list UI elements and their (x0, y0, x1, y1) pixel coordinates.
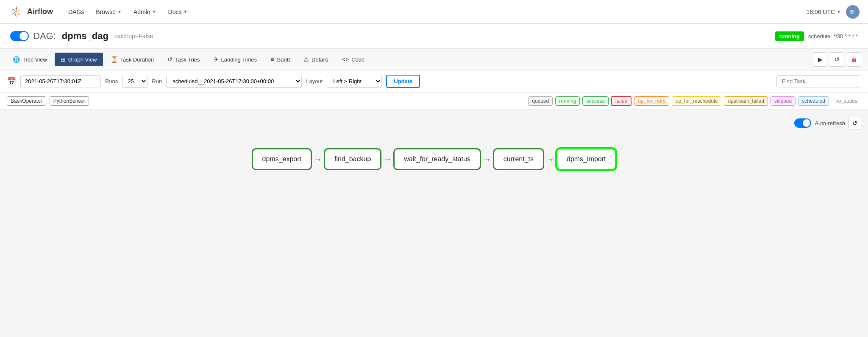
landing-times-icon: ✈ (214, 56, 219, 63)
date-input[interactable] (20, 75, 101, 87)
status-success[interactable]: success (582, 96, 608, 106)
tab-landing-times[interactable]: ✈ Landing Times (208, 53, 263, 66)
dag-node-wait-for-ready-status[interactable]: wait_for_ready_status (393, 148, 481, 170)
status-upstream-failed[interactable]: upstream_failed (724, 96, 768, 106)
status-up-for-reschedule[interactable]: up_for_reschedule (672, 96, 721, 106)
dag-prefix: DAG: (33, 31, 56, 42)
tab-graph-view[interactable]: ⊞ Graph View (55, 53, 103, 66)
runs-select[interactable]: 25 50 100 (122, 75, 147, 88)
tab-code[interactable]: <> Code (336, 53, 370, 66)
nav-item-docs[interactable]: Docs ▼ (163, 6, 193, 18)
calendar-icon: 📅 (7, 77, 16, 86)
navbar: Airflow DAGs Browse ▼ Admin ▼ Docs ▼ 18:… (0, 0, 868, 24)
status-no-status[interactable]: no_status (832, 96, 861, 106)
delete-button[interactable]: 🗑 (847, 52, 861, 67)
status-up-for-retry[interactable]: up_for_retry (634, 96, 669, 106)
controls-bar: 📅 Runs 25 50 100 Run scheduled__2021-05-… (0, 70, 868, 93)
browse-caret-icon: ▼ (117, 9, 122, 14)
tab-task-tries[interactable]: ↺ Task Tries (161, 53, 206, 66)
update-button[interactable]: Update (386, 75, 420, 88)
dag-name: dpms_dag (62, 31, 108, 42)
code-icon: <> (342, 56, 349, 63)
layout-label: Layout (306, 78, 323, 84)
run-select[interactable]: scheduled__2021-05-26T17:30:00+00:00 (166, 75, 302, 88)
brand-name: Airflow (27, 7, 53, 16)
user-avatar[interactable]: S- (846, 5, 860, 19)
status-row: BashOperator PythonSensor queued running… (0, 93, 868, 110)
arrow-3: → (481, 154, 493, 164)
arrow-2: → (381, 154, 393, 164)
nav-item-browse[interactable]: Browse ▼ (91, 6, 127, 18)
graph-view: Auto-refresh ↺ dpms_export → find_backup… (0, 110, 868, 237)
status-badges: queued running success failed up_for_ret… (528, 96, 861, 106)
find-task-input[interactable] (776, 75, 861, 87)
refresh-button[interactable]: ↺ (830, 52, 844, 67)
time-caret-icon: ▼ (837, 9, 841, 14)
running-badge: running (775, 31, 804, 41)
gantt-icon: ≡ (270, 56, 274, 63)
dag-catchup: catchup=False (114, 33, 153, 39)
navbar-right: 18:06 UTC ▼ S- (806, 5, 860, 19)
airflow-logo-icon (8, 4, 24, 20)
dag-node-dpms-export[interactable]: dpms_export (252, 148, 312, 170)
tab-task-duration[interactable]: ⏳ Task Duration (105, 53, 160, 66)
brand: Airflow (8, 4, 53, 20)
dag-title: DAG: dpms_dag catchup=False (10, 31, 153, 42)
operator-bash[interactable]: BashOperator (7, 96, 46, 106)
view-actions: ▶ ↺ 🗑 (813, 52, 861, 67)
status-failed[interactable]: failed (611, 96, 632, 106)
dag-flow: dpms_export → find_backup → wait_for_rea… (7, 140, 861, 187)
time-display[interactable]: 18:06 UTC ▼ (806, 8, 841, 15)
admin-caret-icon: ▼ (152, 9, 156, 14)
dag-node-current-ts[interactable]: current_ts (493, 148, 544, 170)
task-duration-icon: ⏳ (111, 56, 118, 63)
status-skipped[interactable]: skipped (771, 96, 796, 106)
run-label: Run (152, 78, 162, 84)
layout-select[interactable]: Left > Right Top > Bottom (327, 75, 382, 88)
docs-caret-icon: ▼ (183, 9, 187, 14)
status-running[interactable]: running (555, 96, 580, 106)
play-button[interactable]: ▶ (813, 52, 827, 67)
nav-item-admin[interactable]: Admin ▼ (128, 6, 161, 18)
arrow-1: → (312, 154, 324, 164)
tab-tree-view[interactable]: 🌐 Tree View (7, 53, 53, 66)
auto-refresh-toggle[interactable] (794, 118, 811, 128)
runs-label: Runs (105, 78, 118, 84)
view-tabs: 🌐 Tree View ⊞ Graph View ⏳ Task Duration… (0, 49, 868, 70)
dag-node-dpms-import[interactable]: dpms_import (556, 148, 616, 170)
nav-item-dags[interactable]: DAGs (63, 6, 89, 18)
auto-refresh-row: Auto-refresh ↺ (7, 117, 861, 129)
task-tries-icon: ↺ (167, 56, 172, 63)
graph-view-icon: ⊞ (61, 56, 66, 63)
dag-header: DAG: dpms_dag catchup=False running sche… (0, 24, 868, 49)
schedule-text: schedule: */30 * * * * (808, 33, 858, 39)
status-scheduled[interactable]: scheduled (798, 96, 829, 106)
status-queued[interactable]: queued (528, 96, 553, 106)
dag-header-right: running schedule: */30 * * * * (775, 31, 858, 41)
details-icon: ⚠ (303, 56, 309, 63)
operator-python[interactable]: PythonSensor (50, 96, 89, 106)
tree-view-icon: 🌐 (13, 56, 20, 63)
tab-gantt[interactable]: ≡ Gantt (264, 53, 296, 66)
tab-details[interactable]: ⚠ Details (298, 53, 334, 66)
dag-toggle[interactable] (10, 31, 29, 41)
main-content: DAG: dpms_dag catchup=False running sche… (0, 24, 868, 237)
auto-refresh-label: Auto-refresh (815, 120, 845, 126)
arrow-4: → (544, 154, 556, 164)
graph-refresh-button[interactable]: ↺ (849, 117, 861, 129)
nav-items: DAGs Browse ▼ Admin ▼ Docs ▼ (63, 6, 796, 18)
dag-node-find-backup[interactable]: find_backup (324, 148, 381, 170)
